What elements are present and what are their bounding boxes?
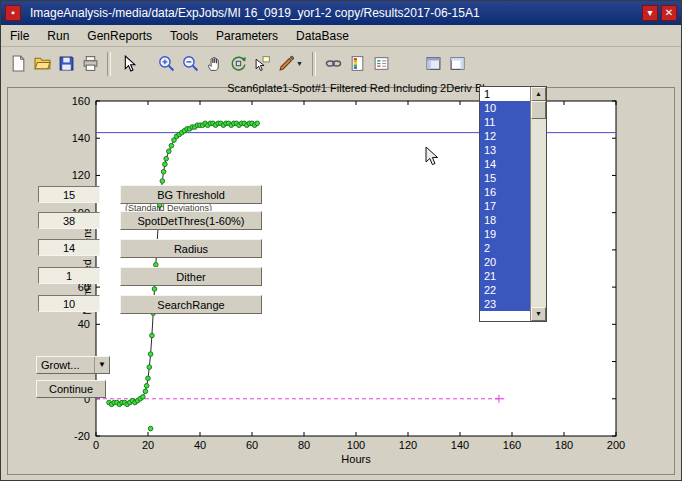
svg-text:140: 140 bbox=[451, 439, 469, 451]
svg-text:0: 0 bbox=[93, 439, 99, 451]
svg-text:100: 100 bbox=[347, 439, 365, 451]
svg-text:180: 180 bbox=[555, 439, 573, 451]
svg-text:80: 80 bbox=[298, 439, 310, 451]
dropdown-item[interactable]: 19 bbox=[480, 227, 530, 241]
dropdown-item[interactable]: 23 bbox=[480, 297, 530, 311]
scroll-down-icon[interactable]: ▼ bbox=[531, 307, 546, 321]
continue-button[interactable]: Continue bbox=[36, 380, 106, 398]
spot-det-thres-input[interactable] bbox=[38, 212, 100, 229]
plot-canvas: 020406080100120140160180200-200204060801… bbox=[1, 1, 682, 481]
bg-threshold-input[interactable] bbox=[38, 186, 100, 203]
growth-popup-menu[interactable]: Growt... ▼ bbox=[36, 356, 110, 374]
dropdown-item[interactable]: 21 bbox=[480, 269, 530, 283]
radius-input[interactable] bbox=[38, 239, 100, 256]
dropdown-item[interactable]: 13 bbox=[480, 143, 530, 157]
dither-button[interactable]: Dither bbox=[120, 267, 262, 286]
dropdown-item[interactable]: 16 bbox=[480, 185, 530, 199]
number-dropdown-list: 110111213141516171819220212223 ▲ ▼ bbox=[479, 86, 547, 322]
scrollbar-track[interactable] bbox=[531, 119, 546, 307]
svg-text:160: 160 bbox=[72, 95, 90, 107]
dropdown-item[interactable]: 18 bbox=[480, 213, 530, 227]
dropdown-item[interactable]: 15 bbox=[480, 171, 530, 185]
dropdown-item[interactable]: 1 bbox=[480, 87, 530, 101]
scrollbar-thumb[interactable] bbox=[531, 101, 546, 119]
x-axis-label: Hours bbox=[96, 453, 616, 465]
svg-text:120: 120 bbox=[399, 439, 417, 451]
svg-text:140: 140 bbox=[72, 132, 90, 144]
app-window: ▪ ImageAnalysis-/media/data/ExpJobs/MI 1… bbox=[0, 0, 682, 481]
dropdown-item[interactable]: 2 bbox=[480, 241, 530, 255]
dropdown-item[interactable]: 12 bbox=[480, 129, 530, 143]
scroll-up-icon[interactable]: ▲ bbox=[531, 87, 546, 101]
search-range-input[interactable] bbox=[38, 295, 100, 312]
dropdown-scrollbar[interactable]: ▲ ▼ bbox=[530, 87, 546, 321]
dropdown-item[interactable]: 22 bbox=[480, 283, 530, 297]
svg-text:60: 60 bbox=[246, 439, 258, 451]
dropdown-item[interactable]: 11 bbox=[480, 115, 530, 129]
dropdown-item[interactable]: 14 bbox=[480, 157, 530, 171]
bg-threshold-button[interactable]: BG Threshold bbox=[120, 185, 262, 204]
spot-det-thres-button[interactable]: SpotDetThres(1-60%) bbox=[120, 211, 262, 230]
svg-text:160: 160 bbox=[503, 439, 521, 451]
svg-text:200: 200 bbox=[607, 439, 625, 451]
dither-input[interactable] bbox=[38, 267, 100, 284]
dropdown-item[interactable]: 10 bbox=[480, 101, 530, 115]
growth-popup-value: Growt... bbox=[37, 357, 94, 373]
svg-text:40: 40 bbox=[194, 439, 206, 451]
dropdown-items: 110111213141516171819220212223 bbox=[480, 87, 530, 321]
radius-button[interactable]: Radius bbox=[120, 239, 262, 258]
svg-text:120: 120 bbox=[72, 169, 90, 181]
search-range-button[interactable]: SearchRange bbox=[120, 295, 262, 314]
dropdown-item[interactable]: 17 bbox=[480, 199, 530, 213]
mouse-cursor-icon bbox=[425, 146, 439, 166]
dropdown-item[interactable]: 20 bbox=[480, 255, 530, 269]
svg-text:-20: -20 bbox=[74, 430, 90, 442]
chevron-down-icon[interactable]: ▼ bbox=[94, 357, 109, 373]
svg-text:20: 20 bbox=[142, 439, 154, 451]
